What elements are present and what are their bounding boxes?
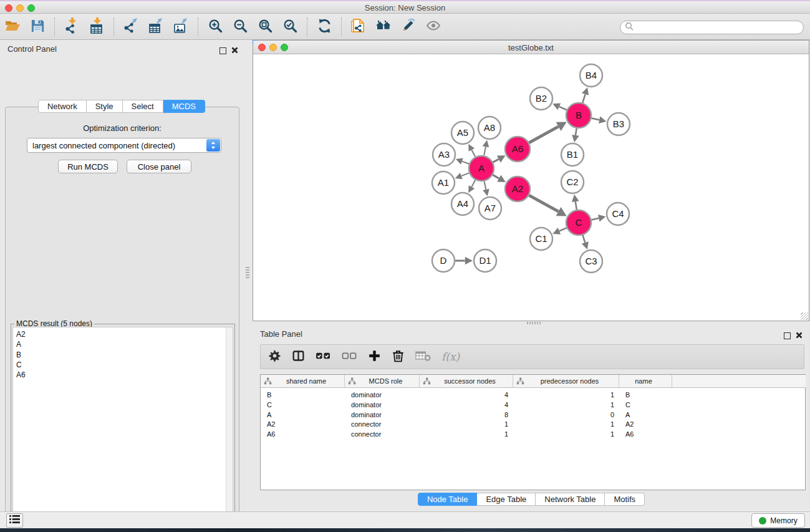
- graph-edge-A6-B: [529, 127, 558, 143]
- mcds-result-item: B: [13, 350, 233, 360]
- arrowhead-icon: [483, 140, 489, 148]
- arrowhead-icon: [582, 241, 589, 249]
- import-network-button[interactable]: [61, 16, 82, 37]
- tab-network-table[interactable]: Network Table: [536, 493, 605, 506]
- toolbar-separator: [54, 17, 55, 36]
- eye-button[interactable]: [423, 16, 444, 37]
- open-session-button[interactable]: [2, 16, 23, 37]
- arrowhead-icon: [599, 117, 606, 123]
- graph-node-label: A3: [438, 149, 450, 160]
- open-folder-icon: [4, 17, 21, 36]
- network-canvas[interactable]: B4B2BB3A8A5A6A3B1AC2A1A2A4A7C4CC1DD1C3: [253, 54, 809, 321]
- zoom-in-button[interactable]: [205, 16, 226, 37]
- memory-button[interactable]: Memory: [751, 513, 805, 528]
- graph-node-label: B: [576, 110, 582, 120]
- table-cell: 4: [420, 400, 513, 410]
- graph-edge-A-A3: [462, 162, 469, 164]
- optimization-criterion-select[interactable]: largest connected component (directed): [27, 138, 221, 153]
- search-input[interactable]: [636, 22, 803, 33]
- vertical-splitter[interactable]: [243, 40, 253, 511]
- mcds-result-list[interactable]: A2ABCA6: [12, 327, 233, 532]
- table-row[interactable]: A6connector11A6: [261, 430, 805, 440]
- save-session-button[interactable]: [27, 16, 48, 37]
- dropdown-value: largest connected component (directed): [32, 141, 175, 150]
- import-table-button[interactable]: [86, 16, 107, 37]
- status-bar: Memory: [0, 511, 810, 528]
- graph-node-label: A7: [485, 203, 496, 213]
- graph-edge-C-C4: [591, 218, 599, 220]
- select-all-button[interactable]: [316, 349, 331, 365]
- toolbar-separator: [307, 17, 307, 36]
- control-panel: Control Panel NetworkStyleSelectMCDS Opt…: [0, 40, 243, 511]
- graph-edge-B-B3: [592, 118, 600, 120]
- scrollbar[interactable]: [226, 327, 233, 532]
- tab-select[interactable]: Select: [123, 100, 163, 113]
- close-panel-icon[interactable]: [231, 45, 238, 56]
- tab-network[interactable]: Network: [38, 100, 87, 113]
- toolbar-separator: [198, 17, 198, 36]
- zoom-fit-button[interactable]: [254, 16, 276, 37]
- table-row[interactable]: Bdominator41B: [261, 390, 805, 400]
- float-panel-icon[interactable]: [219, 47, 226, 54]
- splitter-grip: [527, 322, 541, 324]
- column-header-name[interactable]: name: [619, 375, 672, 388]
- table-cell: 1: [513, 400, 619, 410]
- table-row[interactable]: Cdominator41C: [261, 400, 805, 410]
- export-table-button[interactable]: [145, 16, 166, 37]
- tab-mcds[interactable]: MCDS: [163, 100, 205, 113]
- column-header-shared-name[interactable]: shared name: [261, 375, 345, 388]
- new-network-from-file-button[interactable]: [348, 16, 369, 37]
- splitter-grip: [246, 266, 249, 279]
- table-cell: dominator: [345, 410, 420, 420]
- table-cell: dominator: [345, 390, 420, 400]
- delete-column-button[interactable]: [392, 349, 405, 365]
- graph-node-label: B1: [567, 149, 578, 160]
- zoom-selected-button[interactable]: [279, 16, 301, 37]
- table-cell: connector: [345, 430, 420, 440]
- export-image-button[interactable]: [170, 16, 191, 37]
- tab-motifs[interactable]: Motifs: [605, 493, 645, 506]
- graph-edge-A2-C: [529, 195, 558, 211]
- refresh-button[interactable]: [314, 16, 335, 37]
- tab-style[interactable]: Style: [87, 100, 123, 113]
- table-cell: 0: [513, 410, 619, 420]
- mcds-result-item: C: [13, 360, 233, 370]
- function-builder-button[interactable]: f(x): [441, 351, 460, 363]
- add-column-button[interactable]: [368, 349, 381, 365]
- resize-grip[interactable]: [801, 312, 808, 320]
- search-field[interactable]: [620, 21, 804, 34]
- table-row[interactable]: A2connector11A2: [261, 420, 805, 430]
- graph-edge-C-C1: [559, 228, 567, 231]
- control-panel-tabs: NetworkStyleSelectMCDS: [0, 100, 243, 113]
- graph-node-label: A4: [457, 198, 468, 209]
- pencil-icon: [400, 17, 417, 36]
- close-panel-button[interactable]: Close panel: [127, 160, 191, 173]
- graph-node-label: C: [576, 217, 582, 228]
- float-panel-icon[interactable]: [784, 332, 791, 339]
- column-header-successor-nodes[interactable]: successor nodes: [420, 375, 513, 388]
- home-button[interactable]: [373, 16, 394, 37]
- tab-edge-table[interactable]: Edge Table: [477, 493, 536, 506]
- zoom-fit-icon: [258, 18, 273, 36]
- arrowhead-icon: [465, 257, 473, 265]
- show-columns-button[interactable]: [292, 349, 305, 365]
- table-settings-button[interactable]: [268, 349, 281, 365]
- table-cell: 4: [420, 390, 513, 400]
- task-history-button[interactable]: [6, 513, 23, 528]
- tab-node-table[interactable]: Node Table: [418, 493, 478, 506]
- deselect-all-button[interactable]: [342, 349, 357, 365]
- run-mcds-button[interactable]: Run MCDS: [58, 160, 118, 173]
- zoom-out-button[interactable]: [229, 16, 251, 37]
- column-header-predecessor-nodes[interactable]: predecessor nodes: [513, 375, 619, 388]
- export-network-button[interactable]: [120, 16, 142, 37]
- graph-edge-C-C2: [576, 201, 577, 210]
- close-panel-icon[interactable]: [796, 330, 803, 341]
- graphics-details-button[interactable]: [398, 16, 419, 37]
- mcds-result-group: MCDS result (5 nodes) A2ABCA6: [11, 324, 235, 532]
- delete-table-button[interactable]: [415, 349, 431, 364]
- chevron-updown-icon: [206, 139, 220, 152]
- network-document-icon: [350, 17, 367, 36]
- mcds-result-item: A2: [13, 329, 233, 339]
- table-row[interactable]: Adominator80A: [261, 410, 805, 420]
- column-header-MCDS-role[interactable]: MCDS role: [345, 375, 420, 388]
